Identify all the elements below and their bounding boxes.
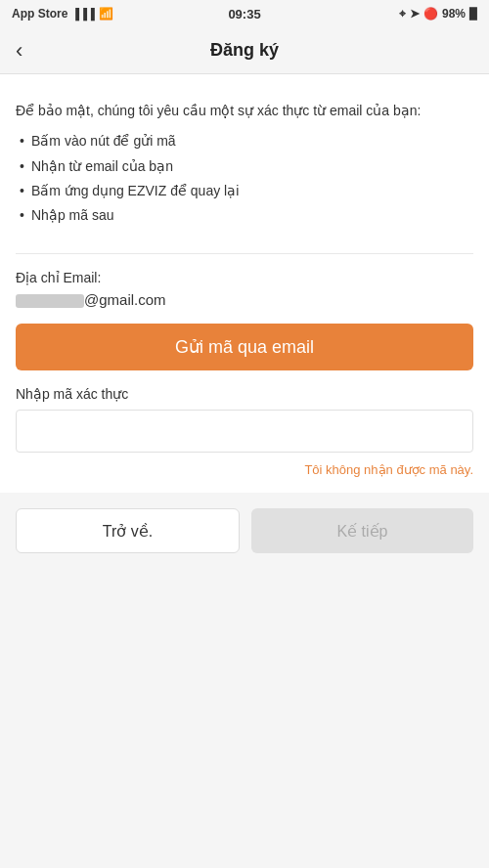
verification-code-input[interactable]	[16, 410, 473, 453]
status-bar-right: ⌖ ➤ 🔴 98% ▉	[399, 7, 477, 21]
empty-area	[0, 569, 489, 862]
status-bar: App Store ▐▐▐ 📶 09:35 ⌖ ➤ 🔴 98% ▉	[0, 0, 489, 27]
info-box: Để bảo mật, chúng tôi yêu cầu một sự xác…	[16, 90, 473, 238]
email-section: Địa chỉ Email: @gmail.com	[16, 270, 473, 308]
bluetooth-icon: 🔴	[423, 7, 438, 21]
send-code-button[interactable]: Gửi mã qua email	[16, 324, 473, 370]
main-content: Để bảo mật, chúng tôi yêu cầu một sự xác…	[0, 74, 489, 493]
battery-label: 98%	[442, 7, 466, 21]
battery-icon: ▉	[469, 8, 477, 21]
bullet-item-1: Bấm vào nút để gửi mã	[16, 129, 473, 153]
page-title: Đăng ký	[210, 40, 279, 61]
resend-link-text[interactable]: Tôi không nhận được mã này.	[304, 462, 473, 477]
back-button[interactable]: Trở về.	[16, 508, 240, 553]
code-input-label: Nhập mã xác thực	[16, 386, 473, 402]
nav-bar: ‹ Đăng ký	[0, 27, 489, 74]
resend-link[interactable]: Tôi không nhận được mã này.	[16, 462, 473, 477]
email-redacted	[16, 294, 84, 308]
status-bar-time: 09:35	[228, 7, 260, 22]
divider-1	[16, 253, 473, 254]
email-suffix: @gmail.com	[84, 291, 166, 308]
app-store-label: App Store	[12, 7, 67, 21]
intro-text: Để bảo mật, chúng tôi yêu cầu một sự xác…	[16, 100, 473, 121]
location-icon: ⌖	[399, 7, 406, 21]
bullet-item-3: Bấm ứng dụng EZVIZ để quay lại	[16, 179, 473, 203]
bullet-list: Bấm vào nút để gửi mã Nhận từ email của …	[16, 129, 473, 228]
arrow-icon: ➤	[410, 7, 420, 21]
bottom-section: Trở về. Kế tiếp	[0, 493, 489, 569]
signal-icon: ▐▐▐	[71, 8, 94, 20]
wifi-icon: 📶	[99, 7, 113, 21]
back-nav-button[interactable]: ‹	[16, 38, 22, 64]
email-value: @gmail.com	[16, 291, 473, 308]
status-bar-left: App Store ▐▐▐ 📶	[12, 7, 113, 21]
next-button: Kế tiếp	[251, 508, 473, 553]
bullet-item-4: Nhập mã sau	[16, 203, 473, 228]
bullet-item-2: Nhận từ email của bạn	[16, 154, 473, 179]
email-label: Địa chỉ Email:	[16, 270, 473, 285]
